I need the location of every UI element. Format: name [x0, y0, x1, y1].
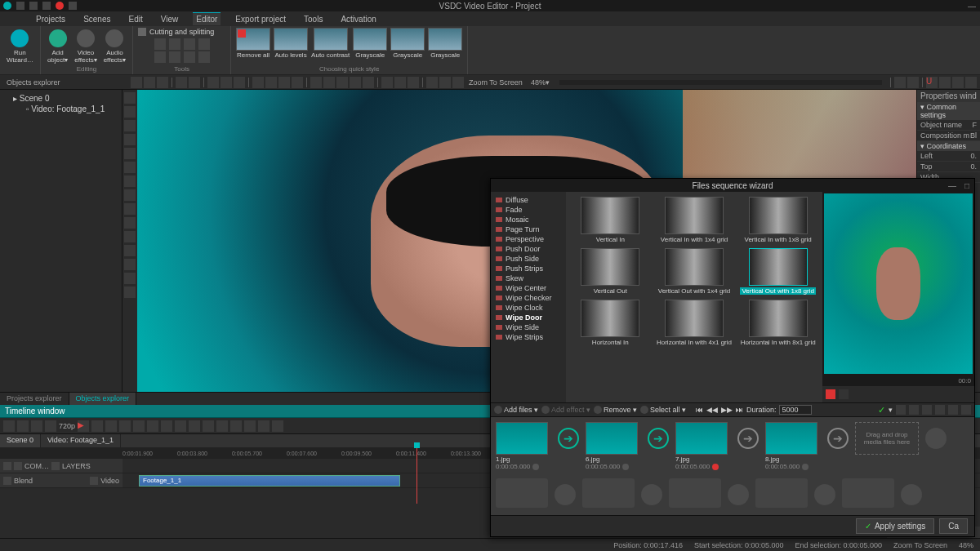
wizard-max-icon[interactable]: □: [961, 180, 973, 190]
tool-8[interactable]: [198, 51, 210, 63]
trans-push-strips[interactable]: Push Strips: [494, 264, 563, 273]
tl-loop[interactable]: [91, 420, 103, 432]
remove-icon[interactable]: [532, 464, 539, 470]
trans-mosaic[interactable]: Mosaic: [494, 215, 563, 224]
minimize-icon[interactable]: —: [964, 0, 980, 11]
grid-vout-1x8[interactable]: Vertical Out with 1x8 grid: [738, 248, 817, 295]
tool-paste[interactable]: [157, 77, 168, 88]
strip-item-4[interactable]: 8.jpg 0:00:05.000: [765, 422, 821, 470]
menu-scenes[interactable]: Scenes: [80, 13, 114, 25]
trans-wipe-center[interactable]: Wipe Center: [494, 283, 563, 293]
tab-objects-explorer[interactable]: Objects explorer: [69, 393, 137, 405]
grid-vertical-out[interactable]: Vertical Out: [571, 248, 650, 295]
tl-mute[interactable]: [119, 420, 131, 432]
trans-page-turn[interactable]: Page Turn: [494, 224, 563, 234]
tool-image-icon[interactable]: [124, 245, 136, 256]
add-object-button[interactable]: Add object▾: [46, 28, 69, 65]
trans-perspective[interactable]: Perspective: [494, 234, 563, 244]
tl-home[interactable]: [147, 420, 158, 432]
tool-1[interactable]: [154, 38, 166, 50]
menu-edit[interactable]: Edit: [125, 13, 145, 25]
grid-vin-1x8[interactable]: Vertical In with 1x8 grid: [738, 197, 817, 243]
nav-first-icon[interactable]: ⏮: [696, 406, 703, 414]
empty-slot[interactable]: [755, 478, 808, 508]
tl-full[interactable]: [133, 420, 145, 432]
tl-mark3[interactable]: [258, 420, 270, 432]
empty-slot[interactable]: [582, 478, 635, 508]
zoom-value[interactable]: 48%▾: [531, 78, 550, 87]
tool-grid-icon[interactable]: [124, 259, 136, 270]
common-settings-header[interactable]: ▾ Common settings: [917, 102, 980, 120]
grid-vertical-in[interactable]: Vertical In: [571, 197, 650, 243]
tool-p[interactable]: [426, 77, 438, 88]
tool-curve-icon[interactable]: [124, 148, 136, 159]
tool-ellipse-icon[interactable]: [124, 120, 136, 131]
eye-icon[interactable]: [3, 462, 11, 470]
menu-projects[interactable]: Projects: [33, 13, 69, 25]
tool-move-icon[interactable]: [124, 287, 136, 298]
play-button[interactable]: ▶: [78, 420, 89, 432]
audio-effects-button[interactable]: Audio effects▾: [102, 28, 127, 65]
transition-arrow-2[interactable]: ➔: [648, 428, 669, 449]
eye-icon[interactable]: [3, 477, 11, 485]
record-icon[interactable]: [56, 2, 64, 10]
tool-brush-icon[interactable]: [124, 176, 136, 187]
video-effects-button[interactable]: Video effects▾: [73, 28, 98, 65]
tl-prev2[interactable]: [161, 420, 172, 432]
tl-add[interactable]: [3, 420, 15, 432]
tool-e[interactable]: [265, 77, 277, 88]
trans-wipe-side[interactable]: Wipe Side: [494, 322, 563, 332]
tab-projects-explorer[interactable]: Projects explorer: [0, 393, 69, 405]
tool-f[interactable]: [278, 77, 290, 88]
tool-u[interactable]: U: [926, 77, 938, 88]
tool-q[interactable]: [439, 77, 451, 88]
remove-icon[interactable]: [802, 464, 808, 470]
empty-slot[interactable]: [669, 478, 721, 508]
tool-square-icon[interactable]: [124, 106, 136, 118]
tool-x[interactable]: [965, 77, 977, 88]
style-remove-all[interactable]: Remove all: [236, 28, 270, 59]
trans-wipe-strips[interactable]: Wipe Strips: [494, 332, 563, 342]
trans-fade[interactable]: Fade: [494, 205, 563, 215]
tool-v[interactable]: [939, 77, 951, 88]
apply-settings-button[interactable]: ✓Apply settings: [856, 518, 934, 534]
tool-chart-icon[interactable]: [124, 217, 136, 229]
tool-w[interactable]: [952, 77, 964, 88]
empty-slot[interactable]: [496, 478, 548, 508]
strip-item-1[interactable]: 1.jpg 0:00:05.000: [496, 422, 551, 470]
grid-horizontal-in[interactable]: Horizontal In: [571, 300, 650, 346]
trans-diffuse[interactable]: Diffuse: [494, 195, 563, 205]
tool-copy[interactable]: [144, 77, 155, 88]
tool-6[interactable]: [169, 51, 180, 63]
menu-export[interactable]: Export project: [232, 13, 289, 25]
coords-header[interactable]: ▾ Coordinates: [917, 141, 980, 151]
tl-res[interactable]: 720p: [59, 422, 75, 430]
grid-vout-1x4[interactable]: Vertical Out with 1x4 grid: [655, 248, 734, 295]
check-icon[interactable]: ✓: [878, 405, 885, 415]
wave-icon[interactable]: [51, 462, 60, 470]
select-all-button[interactable]: Select all ▾: [640, 406, 686, 414]
dropdown-icon[interactable]: [69, 2, 77, 10]
drop-zone[interactable]: Drag and drop media files here: [855, 422, 919, 455]
menu-activation[interactable]: Activation: [337, 13, 379, 25]
tool-audio-icon[interactable]: [124, 231, 136, 242]
flip-icon[interactable]: [922, 405, 932, 415]
zoom-slider[interactable]: [559, 80, 882, 85]
preview-stop-icon[interactable]: [839, 389, 849, 399]
tool-2[interactable]: [169, 38, 180, 50]
style-auto-levels[interactable]: Auto levels: [274, 28, 308, 59]
strip-item-2[interactable]: 6.jpg 0:00:05.000: [586, 422, 641, 470]
tl-vol[interactable]: [105, 420, 117, 432]
tl-prev[interactable]: [175, 420, 186, 432]
add-files-button[interactable]: Add files ▾: [494, 406, 538, 414]
grid-hin-4x1[interactable]: Horizontal In with 4x1 grid: [655, 300, 734, 346]
grid-vin-1x4[interactable]: Vertical In with 1x4 grid: [655, 197, 734, 243]
tool-redo[interactable]: [189, 77, 200, 88]
tl-tab-video[interactable]: Video: Footage_1_1: [41, 434, 121, 447]
tool-cut[interactable]: [131, 77, 142, 88]
tool-3[interactable]: [184, 38, 195, 50]
transition-arrow-4[interactable]: ➔: [827, 428, 849, 449]
style-grayscale-2[interactable]: Grayscale: [390, 28, 425, 59]
trans-wipe-clock[interactable]: Wipe Clock: [494, 303, 563, 313]
cancel-button[interactable]: Ca: [939, 518, 968, 534]
